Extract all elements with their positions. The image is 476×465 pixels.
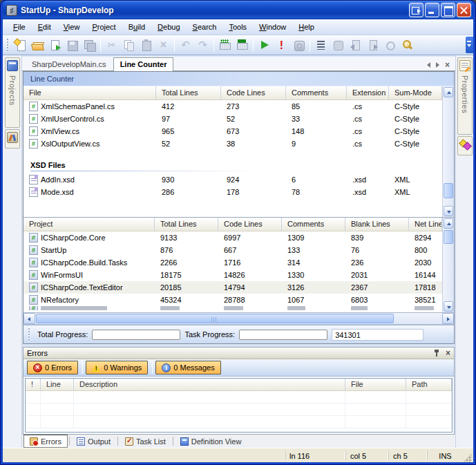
table-row[interactable]: Mode.xsd28617878.xsdXML xyxy=(23,186,442,198)
errors-filter-button[interactable]: 0 Errors xyxy=(27,361,78,374)
float-window-button[interactable] xyxy=(409,3,423,17)
open-file-button[interactable] xyxy=(29,37,46,53)
scroll-thumb[interactable] xyxy=(444,230,453,244)
table-row[interactable]: XmlView.cs965673148.csC-Style xyxy=(23,125,442,137)
menu-item-build[interactable]: Build xyxy=(122,21,151,33)
column-header[interactable]: Code Lines xyxy=(218,218,282,231)
new-file-button[interactable] xyxy=(12,37,29,53)
build-button[interactable] xyxy=(216,37,234,53)
column-header[interactable]: Total Lines xyxy=(155,218,218,231)
open-file-icon xyxy=(32,39,44,51)
scroll-left-icon[interactable] xyxy=(23,313,35,324)
toolbar-overflow-icon[interactable] xyxy=(466,37,473,53)
pad-tab-output[interactable]: Output xyxy=(71,435,116,448)
column-header[interactable]: Line xyxy=(41,379,74,390)
table-row[interactable]: XslOutputView.cs52389.csC-Style xyxy=(23,137,442,150)
menu-item-help[interactable]: Help xyxy=(292,21,321,33)
right-sidebar: Properties xyxy=(455,55,473,448)
minimize-button[interactable] xyxy=(425,3,439,17)
pad-tab-errors[interactable]: Errors xyxy=(23,435,68,448)
close-tab-icon[interactable]: × xyxy=(445,61,450,68)
run-button[interactable] xyxy=(256,37,273,53)
group-header-label: XSD Files xyxy=(30,161,442,169)
sidebar-tab-classes[interactable] xyxy=(457,136,473,155)
pad-tab-task-list[interactable]: Task List xyxy=(120,435,171,448)
horizontal-scrollbar[interactable] xyxy=(23,313,454,325)
errors-panel-header[interactable]: Errors × xyxy=(23,348,454,359)
prev-tab-icon[interactable] xyxy=(427,62,430,68)
files-table-scrollbar[interactable] xyxy=(442,86,454,217)
column-header[interactable]: ! xyxy=(26,379,41,390)
menu-item-tools[interactable]: Tools xyxy=(222,21,253,33)
table-row[interactable]: AddIn.xsd9309246.xsdXML xyxy=(23,173,442,186)
status-line: ln 116 xyxy=(285,450,345,460)
warnings-filter-button[interactable]: 0 Warnings xyxy=(86,361,148,374)
project-icon xyxy=(29,233,38,243)
column-header[interactable]: Project xyxy=(23,218,155,231)
close-panel-icon[interactable]: × xyxy=(446,350,450,357)
column-header[interactable]: Blank Lines xyxy=(345,218,409,231)
progress-toolbar-grip[interactable] xyxy=(28,328,31,341)
column-header[interactable]: Total Lines xyxy=(156,86,221,99)
scroll-down-icon[interactable] xyxy=(444,301,453,312)
toolbar-grip[interactable] xyxy=(6,38,10,52)
maximize-button[interactable] xyxy=(441,3,455,17)
column-header[interactable]: Description xyxy=(74,379,345,390)
menu-item-window[interactable]: Window xyxy=(253,21,292,33)
line-list-button[interactable] xyxy=(312,37,330,53)
search-icon xyxy=(401,39,413,51)
sidebar-label-properties: Properties xyxy=(461,75,469,113)
tab-sharpdevelopmain[interactable]: SharpDevelopMain.cs xyxy=(25,57,113,70)
tab-line-counter[interactable]: Line Counter xyxy=(113,57,174,71)
column-header[interactable]: Net Lines xyxy=(409,218,442,231)
scroll-thumb[interactable] xyxy=(36,314,394,323)
menu-item-file[interactable]: File xyxy=(7,21,32,33)
scroll-thumb[interactable] xyxy=(444,183,453,198)
undo-button xyxy=(177,37,194,53)
column-header[interactable]: Code Lines xyxy=(221,86,286,99)
rebuild-icon xyxy=(236,39,248,51)
menu-item-view[interactable]: View xyxy=(57,21,86,33)
column-header[interactable]: Comments xyxy=(282,218,345,231)
scroll-right-icon[interactable] xyxy=(442,313,454,324)
table-row[interactable]: WinFormsUI18175148261330203116144 xyxy=(23,269,442,281)
save-all-button xyxy=(81,37,98,53)
column-header[interactable]: File xyxy=(23,86,156,99)
table-row[interactable]: XmlSchemasPanel.cs41227385.csC-Style xyxy=(23,100,442,113)
abort-build-button[interactable] xyxy=(273,37,290,53)
pin-icon[interactable] xyxy=(433,350,440,357)
menu-item-edit[interactable]: Edit xyxy=(32,21,57,33)
sidebar-tab-projects[interactable]: Projects xyxy=(5,57,20,128)
resize-grip[interactable] xyxy=(463,453,472,462)
table-row[interactable]: ICSharpCode.Core9133699713098398294 xyxy=(23,231,442,244)
menu-item-project[interactable]: Project xyxy=(86,21,122,33)
scroll-up-icon[interactable] xyxy=(444,218,453,229)
search-button[interactable] xyxy=(399,37,416,53)
sidebar-tab-properties[interactable]: Properties xyxy=(457,57,473,135)
close-button[interactable] xyxy=(457,3,471,17)
table-row[interactable]: NRefactory45324287881067680338521 xyxy=(23,294,442,306)
column-header[interactable]: Extension xyxy=(347,86,389,99)
table-row[interactable]: ICSharpCode.TextEditor201851479431262367… xyxy=(23,281,442,294)
menu-item-debug[interactable]: Debug xyxy=(151,21,186,33)
table-row[interactable]: XmlUserControl.cs975233.csC-Style xyxy=(23,113,442,125)
sidebar-tab-toolbox[interactable] xyxy=(5,129,20,149)
title-bar[interactable]: ♯ StartUp - SharpDevelop xyxy=(3,1,473,19)
save-as-button[interactable] xyxy=(46,37,64,53)
column-header[interactable]: Comments xyxy=(286,86,347,99)
column-header[interactable]: Path xyxy=(406,379,452,390)
next-tab-icon[interactable] xyxy=(436,62,439,68)
main-window: ♯ StartUp - SharpDevelop FileEditViewPro… xyxy=(0,0,476,465)
projects-table-scrollbar[interactable] xyxy=(442,218,454,312)
table-row[interactable]: StartUp87666713376800 xyxy=(23,244,442,256)
table-row[interactable]: ICSharpCode.Build.Tasks22661716314236203… xyxy=(23,256,442,269)
column-header[interactable]: File xyxy=(345,379,406,390)
scroll-down-icon[interactable] xyxy=(444,206,453,216)
messages-filter-button[interactable]: 0 Messages xyxy=(155,361,220,374)
scroll-up-icon[interactable] xyxy=(444,87,453,97)
rebuild-button[interactable] xyxy=(234,37,251,53)
pad-tab-definition-view[interactable]: Definition View xyxy=(175,435,247,448)
menu-item-search[interactable]: Search xyxy=(187,21,223,33)
column-header[interactable]: Sum-Mode xyxy=(389,86,442,99)
toolbar-separator xyxy=(253,38,254,52)
